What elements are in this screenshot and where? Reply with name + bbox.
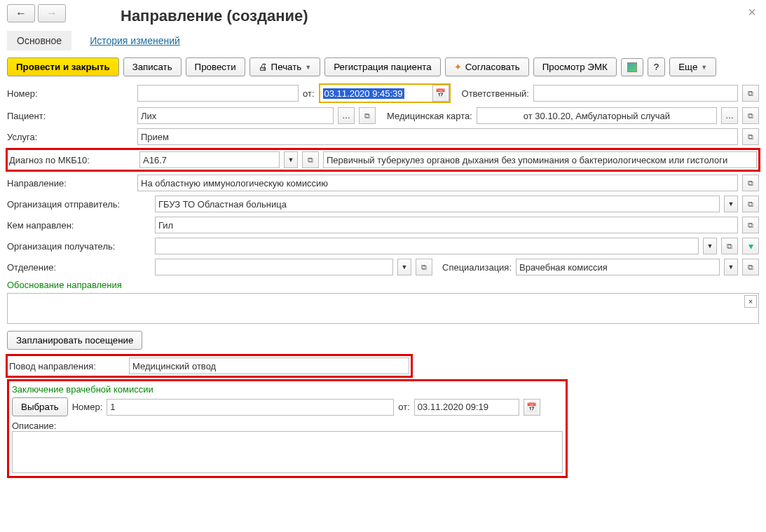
nav-back-button[interactable]: ← [7,4,35,22]
commission-number-label: Номер: [72,402,103,412]
basis-title: Обоснование направления [7,280,759,290]
open-button[interactable] [742,259,759,275]
open-button[interactable] [302,151,319,168]
department-input[interactable] [155,259,393,275]
direction-label: Направление: [7,178,133,189]
open-icon [748,199,753,209]
save-button[interactable]: Записать [123,57,182,76]
service-label: Услуга: [7,132,133,142]
reason-input[interactable]: Медицинский отвод [129,357,409,374]
dropdown-button[interactable]: ▼ [724,196,738,212]
open-icon [748,262,753,272]
open-icon [748,132,753,142]
open-button[interactable] [742,196,759,212]
open-icon [421,262,427,272]
open-button[interactable] [742,85,759,102]
calendar-button[interactable] [524,399,540,416]
clear-button[interactable]: × [744,295,757,308]
nav-forward-button: → [38,4,66,22]
image-icon [627,62,637,72]
open-icon [727,241,732,251]
number-input[interactable] [137,85,299,102]
open-button[interactable] [742,175,759,191]
responsible-label: Ответственный: [462,88,529,99]
agree-button[interactable]: ✦ Согласовать [445,57,529,76]
basis-textarea[interactable]: × [7,293,759,324]
open-icon [308,155,313,165]
page-title: Направление (создание) [121,7,759,25]
filter-icon: ▾ [748,240,753,252]
calendar-icon [526,402,537,412]
help-button[interactable]: ? [648,57,665,76]
chevron-down-icon: ▼ [305,64,311,71]
open-button[interactable] [416,259,432,275]
patient-input[interactable]: Лих [137,107,334,124]
diagnosis-code-input[interactable]: A16.7 [139,151,280,168]
calendar-button[interactable] [432,85,449,102]
open-icon [748,178,753,188]
agree-icon: ✦ [454,62,462,72]
dropdown-button[interactable]: ▼ [703,238,717,254]
commission-date-input[interactable]: 03.11.2020 09:19 [414,399,519,416]
dots-button[interactable] [721,107,738,124]
diagnosis-text-input[interactable]: Первичный туберкулез органов дыхания без… [323,151,757,168]
reason-label: Повод направления: [9,361,125,371]
description-label: Описание: [12,421,563,431]
medcard-label: Медицинская карта: [387,111,472,121]
image-button[interactable] [621,58,643,76]
diagnosis-label: Диагноз по МКБ10: [9,155,135,165]
dots-button[interactable] [338,107,355,124]
dots-icon [725,111,734,121]
specialization-label: Специализация: [442,262,512,273]
print-icon [259,62,268,72]
tab-history[interactable]: История изменений [80,31,190,50]
commission-from-label: от: [398,402,410,412]
more-button[interactable]: Еще ▼ [669,57,716,76]
department-label: Отделение: [7,262,151,273]
dropdown-button[interactable]: ▼ [724,259,738,275]
specialization-input[interactable]: Врачебная комиссия [516,259,720,275]
from-label: от: [303,88,315,99]
open-icon [364,111,370,121]
chevron-down-icon: ▼ [701,64,707,71]
view-emk-button[interactable]: Просмотр ЭМК [533,57,617,76]
open-button[interactable] [742,217,759,233]
submit-close-button[interactable]: Провести и закрыть [7,57,119,76]
print-button[interactable]: Печать ▼ [249,57,321,76]
open-button[interactable] [721,238,738,254]
directed-by-label: Кем направлен: [7,220,151,231]
number-label: Номер: [7,88,133,99]
dropdown-button[interactable]: ▼ [397,259,411,275]
open-button[interactable] [742,128,759,145]
receiver-org-label: Организация получатель: [7,241,151,252]
tab-main[interactable]: Основное [7,31,71,50]
service-input[interactable]: Прием [137,128,738,145]
sender-org-label: Организация отправитель: [7,199,151,210]
sender-org-input[interactable]: ГБУЗ ТО Областная больница [155,196,720,212]
receiver-org-input[interactable] [155,238,699,254]
directed-by-input[interactable]: Гил [155,217,738,233]
dots-icon [342,111,350,121]
open-icon [748,88,753,98]
filter-button[interactable]: ▾ [742,238,759,254]
description-textarea[interactable] [12,431,563,473]
direction-input[interactable]: На областную иммунологическую комиссию [137,175,738,191]
open-icon [748,111,753,121]
responsible-input[interactable] [533,85,738,102]
calendar-icon [435,88,446,98]
register-patient-button[interactable]: Регистрация пациента [324,57,440,76]
select-button[interactable]: Выбрать [12,397,68,416]
patient-label: Пациент: [7,111,133,121]
dropdown-button[interactable]: ▼ [284,151,298,168]
conclusion-title: Заключение врачебной комиссии [12,384,563,395]
open-icon [748,220,753,230]
submit-button[interactable]: Провести [186,57,245,76]
schedule-visit-button[interactable]: Запланировать посещение [7,331,142,350]
date-field[interactable]: 03.11.2020 9:45:39 [319,83,451,103]
commission-number-input[interactable]: 1 [107,399,394,416]
open-button[interactable] [742,107,759,124]
open-button[interactable] [359,107,376,124]
medcard-input[interactable]: от 30.10.20, Амбулаторный случай [477,107,717,124]
